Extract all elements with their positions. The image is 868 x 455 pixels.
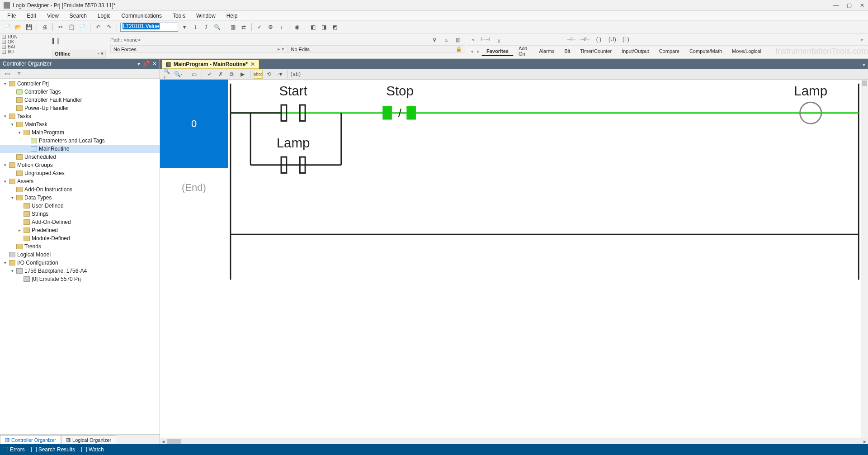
vertical-scrollbar[interactable] — [861, 80, 868, 438]
search-next-button[interactable]: ⤵ — [191, 23, 200, 32]
tree-node[interactable]: Parameters and Local Tags — [0, 137, 160, 145]
tab-menu-icon[interactable]: ▾ — [860, 61, 868, 69]
search-prev-button[interactable]: ⤴ — [202, 23, 211, 32]
misc-button-1[interactable]: ◧ — [308, 23, 317, 32]
inst-tab-compute-math[interactable]: Compute/Math — [684, 47, 727, 56]
tree-expander-icon[interactable]: ▾ — [17, 130, 22, 135]
menu-help[interactable]: Help — [222, 12, 242, 20]
menu-file[interactable]: File — [3, 12, 20, 20]
tag-dropdown-icon[interactable]: ▾ — [180, 23, 189, 32]
tree-node[interactable]: Logical Model — [0, 251, 160, 259]
otu-icon[interactable]: (U) — [608, 35, 617, 44]
branch-icon[interactable]: ╦ — [494, 35, 503, 44]
close-tab-icon[interactable]: ✕ — [250, 61, 255, 67]
inst-tab-alarms[interactable]: Alarms — [534, 47, 559, 56]
tree-node[interactable]: User-Defined — [0, 202, 160, 210]
tree-expander-icon[interactable]: ▾ — [10, 269, 14, 273]
close-button[interactable]: ✕ — [860, 2, 864, 9]
org-tab-controller-organizer[interactable]: ▥ Controller Organizer — [0, 435, 61, 444]
menu-search[interactable]: Search — [65, 12, 91, 20]
horizontal-scrollbar[interactable]: ◂ ▸ — [160, 438, 868, 444]
search-button[interactable]: 🔍 — [212, 23, 222, 32]
menu-logic[interactable]: Logic — [93, 12, 115, 20]
rung-icon[interactable]: ⊢⊣ — [481, 35, 490, 44]
select-path-icon[interactable]: ▥ — [453, 35, 462, 44]
tree-node[interactable]: ▾I/O Configuration — [0, 259, 160, 267]
statusbar-search-results[interactable]: Search Results — [31, 446, 75, 453]
misc-button-3[interactable]: ◩ — [330, 23, 339, 32]
tree-expander-icon[interactable]: ▾ — [10, 195, 14, 200]
tree-expander-icon[interactable]: ▸ — [17, 228, 22, 232]
maximize-button[interactable]: ▢ — [847, 2, 852, 9]
zoom-out-icon[interactable]: 🔍- — [174, 70, 183, 79]
collapse-all-icon[interactable]: ≡ — [14, 69, 24, 78]
network-icon[interactable]: ⌂ — [442, 35, 451, 44]
tree-node[interactable]: Module-Defined — [0, 234, 160, 242]
menu-tools[interactable]: Tools — [168, 12, 190, 20]
tree-node[interactable]: ▾Motion Groups — [0, 161, 160, 169]
inst-tab-input-output[interactable]: Input/Output — [617, 47, 654, 56]
statusbar-errors[interactable]: Errors — [3, 446, 25, 453]
tab-left-icon[interactable]: ◂ — [469, 48, 475, 54]
tree-node[interactable]: Power-Up Handler — [0, 104, 160, 112]
tree-node[interactable]: ▾Tasks — [0, 112, 160, 120]
crossref-button[interactable]: ⇄ — [239, 23, 248, 32]
more-display-icon[interactable]: ◦▾ — [275, 70, 284, 79]
tree-node[interactable]: Controller Fault Handler — [0, 96, 160, 104]
tree-expander-icon[interactable]: ▾ — [3, 261, 7, 265]
tree-node[interactable]: Add-On-Defined — [0, 218, 160, 226]
otl-icon[interactable]: (L) — [621, 35, 630, 44]
toggle-display-icon[interactable]: ⟲ — [264, 70, 274, 79]
tag-selector[interactable]: LT28101.Value — [120, 23, 178, 32]
ote-icon[interactable]: ( ) — [594, 35, 603, 44]
tree-expander-icon[interactable]: ▾ — [3, 114, 7, 118]
expand-all-icon[interactable]: ▭ — [3, 69, 12, 78]
minimize-button[interactable]: — — [833, 2, 839, 9]
tree-node[interactable]: Unscheduled — [0, 153, 160, 161]
menu-edit[interactable]: Edit — [22, 12, 41, 20]
tree-node[interactable]: ▾Controller Prj — [0, 80, 160, 88]
accept-edits-icon[interactable]: ✓ — [205, 70, 214, 79]
tree-node[interactable]: MainRoutine — [0, 145, 160, 153]
undo-button[interactable]: ↶ — [94, 23, 103, 32]
tree-expander-icon[interactable]: ▾ — [10, 122, 14, 127]
test-icon[interactable]: ▶ — [238, 70, 247, 79]
tree-node[interactable]: Controller Tags — [0, 88, 160, 96]
tree-node[interactable]: ▾1756 Backplane, 1756-A4 — [0, 267, 160, 275]
abcd-icon[interactable]: abcd — [254, 70, 263, 79]
cut-button[interactable]: ✂ — [56, 23, 65, 32]
mode-dropdown-icon[interactable]: ▪ ▾ — [98, 51, 104, 57]
tree-node[interactable]: ▾MainTask — [0, 120, 160, 128]
cancel-edits-icon[interactable]: ✗ — [216, 70, 225, 79]
inst-tab-move-logical[interactable]: Move/Logical — [727, 47, 766, 56]
zoom-in-icon[interactable]: 🔍+ — [163, 70, 172, 79]
tree-node[interactable]: Add-On Instructions — [0, 185, 160, 194]
new-button[interactable]: 📄 — [3, 23, 12, 32]
inst-tab-favorites[interactable]: Favorites — [481, 47, 514, 56]
ladder-canvas[interactable]: 0 (End) Start / Stop — [160, 80, 868, 438]
save-button[interactable]: 💾 — [24, 23, 33, 32]
tree-expander-icon[interactable]: ▾ — [3, 163, 7, 167]
tree-node[interactable]: Strings — [0, 210, 160, 218]
org-tab-logical-organizer[interactable]: ▥ Logical Organizer — [61, 435, 116, 444]
edit-rung-icon[interactable]: ▭ — [189, 70, 198, 79]
copy-button[interactable]: 📋 — [67, 23, 76, 32]
toggle-view-button[interactable]: ▥ — [228, 23, 237, 32]
tree-node[interactable]: ▾Assets — [0, 177, 160, 185]
inst-tab-bit[interactable]: Bit — [559, 47, 575, 56]
menu-window[interactable]: Window — [192, 12, 220, 20]
tree-expander-icon[interactable]: ▾ — [3, 179, 7, 184]
tree-node[interactable]: ▾Data Types — [0, 194, 160, 202]
download-button[interactable]: ↓ — [277, 23, 286, 32]
open-button[interactable]: 📂 — [14, 23, 23, 32]
statusbar-watch[interactable]: Watch — [81, 446, 104, 453]
misc-button-2[interactable]: ◨ — [319, 23, 328, 32]
scroll-left-icon[interactable]: ◂ — [470, 36, 476, 43]
menu-communications[interactable]: Communications — [117, 12, 166, 20]
build-button[interactable]: ⚙ — [266, 23, 275, 32]
scroll-right-arrow[interactable]: ▸ — [862, 438, 868, 445]
go-online-button[interactable]: ◉ — [292, 23, 302, 32]
verify-button[interactable]: ✓ — [255, 23, 264, 32]
close-panel-icon[interactable]: ✕ — [152, 61, 157, 67]
redo-button[interactable]: ↷ — [104, 23, 113, 32]
